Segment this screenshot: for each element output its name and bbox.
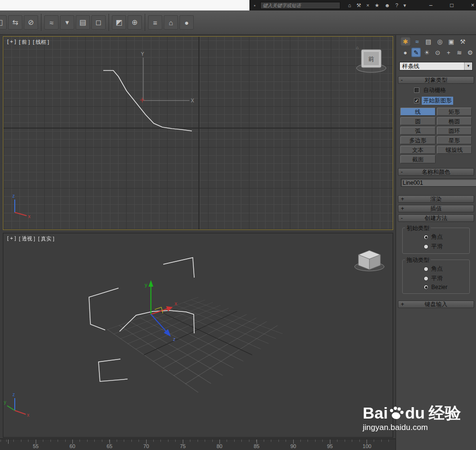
create-categories: ● ✎ ☀ ⊙ + ≋ ⚙ (396, 47, 476, 58)
close-button[interactable]: × (466, 2, 476, 9)
baidu-suffix: 经验 (428, 405, 461, 421)
selection-filter-icon[interactable]: ▾ (60, 15, 74, 30)
help-icon[interactable]: ? (395, 2, 398, 9)
start-new-shape-label[interactable]: 开始新图形 (422, 97, 453, 105)
select-by-name-icon[interactable]: ▤ (76, 15, 90, 30)
rollout-title: 对象类型 (425, 77, 447, 83)
front-viewport-overlay: Y X 前 ⌂ z x (3, 37, 393, 230)
initial-corner-radio[interactable] (424, 235, 428, 240)
donut-button[interactable]: 圆环 (437, 127, 472, 135)
rollout-interpolation-header[interactable]: + 插值 (398, 205, 474, 212)
category-lights-icon[interactable]: ☀ (422, 48, 432, 57)
chevron-down-icon[interactable]: ▼ (464, 62, 472, 70)
category-systems-icon[interactable]: ⚙ (465, 48, 475, 57)
line-button[interactable]: 线 (400, 108, 436, 116)
clear-search-icon[interactable]: × (367, 2, 369, 9)
viewport-pov-menu[interactable]: [ 透视 ] (19, 235, 35, 242)
ruler-label: 55 (33, 443, 39, 449)
mirror-icon[interactable]: ≡ (148, 15, 162, 30)
ellipse-button[interactable]: 椭圆 (437, 117, 472, 125)
material-editor-icon[interactable]: ● (179, 15, 194, 30)
object-name-field[interactable] (401, 179, 476, 187)
app-badge-icon[interactable]: ▪ (251, 2, 258, 9)
tab-motion[interactable]: ◎ (435, 37, 445, 46)
drag-smooth-label[interactable]: 平滑 (431, 274, 443, 282)
rectangle-button[interactable]: 矩形 (437, 108, 472, 116)
tripod-y-axis (7, 406, 15, 410)
rollout-rendering-header[interactable]: + 渲染 (398, 195, 474, 203)
rollout-name-color-header[interactable]: - 名称和颜色 (398, 168, 474, 176)
initial-smooth-label[interactable]: 平滑 (431, 242, 443, 250)
ngon-button[interactable]: 多边形 (400, 136, 436, 144)
drag-type-group: 拖动类型 角点 平滑 Bezier (402, 260, 470, 294)
shape-category-value: 样条线 (400, 62, 464, 70)
selection-bracket (163, 258, 194, 278)
workspace-icon[interactable]: ⌂ (348, 2, 351, 9)
initial-type-label: 初始类型 (405, 224, 431, 232)
ruler-label: 85 (254, 443, 259, 449)
initial-smooth-radio[interactable] (424, 244, 428, 249)
viewcube-home-icon[interactable]: ⌂ (356, 45, 358, 50)
drag-smooth-radio[interactable] (424, 276, 428, 281)
autogrid-label[interactable]: 自动栅格 (422, 86, 447, 94)
viewcube-front[interactable]: 前 ⌂ (356, 45, 386, 72)
time-ruler[interactable]: 55 60 65 70 75 80 85 90 95 100 (0, 439, 396, 450)
category-spacewarps-icon[interactable]: ≋ (455, 48, 465, 57)
category-cameras-icon[interactable]: ⊙ (433, 48, 443, 57)
drag-corner-label[interactable]: 角点 (431, 265, 443, 273)
viewport-general-menu[interactable]: [ + ] (7, 235, 16, 242)
rectangular-selection-region-icon[interactable]: ◻ (91, 15, 106, 30)
start-new-shape-checkbox[interactable]: ✓ (414, 98, 419, 103)
search-input[interactable] (260, 2, 340, 9)
front-viewport[interactable]: [ + ] [ 前 ] [ 线框 ] Y X 前 ⌂ z x (3, 36, 393, 230)
arc-button[interactable]: 弧 (400, 127, 436, 135)
rollout-sign: + (401, 205, 404, 212)
gizmo-z-arrow[interactable] (151, 314, 167, 332)
helix-button[interactable]: 螺旋线 (437, 146, 472, 154)
rollout-object-type-header[interactable]: - 对象类型 (398, 76, 474, 84)
shape-category-select[interactable]: 样条线 ▼ (399, 62, 473, 70)
unlink-selection-icon[interactable]: ⊘ (24, 15, 38, 30)
perspective-viewport[interactable]: [ + ] [ 透视 ] [ 真实 ] y x z (3, 233, 393, 438)
drag-bezier-radio[interactable] (424, 285, 428, 290)
rollout-creation-method: - 创建方法 初始类型 角点 平滑 拖动类型 角点 平滑 (398, 214, 474, 294)
drag-corner-radio[interactable] (424, 267, 428, 271)
signin-user-icon[interactable]: ☻ (385, 2, 390, 9)
tab-display[interactable]: ▣ (446, 37, 456, 46)
circle-button[interactable]: 圆 (400, 117, 436, 125)
viewcube-persp[interactable] (355, 250, 384, 271)
tab-modify[interactable]: ≈ (412, 37, 422, 46)
drag-bezier-label[interactable]: Bezier (431, 284, 447, 290)
named-selection-sets-icon[interactable]: ⊕ (128, 15, 142, 30)
minimize-button[interactable]: – (424, 2, 438, 9)
align-icon[interactable]: ⌂ (164, 15, 178, 30)
viewport-general-menu[interactable]: [ + ] (7, 39, 16, 46)
spline-line001-3d[interactable] (119, 310, 194, 333)
viewport-shading-menu[interactable]: [ 真实 ] (38, 235, 54, 242)
star-button[interactable]: 星形 (437, 136, 472, 144)
viewport-shading-menu[interactable]: [ 线框 ] (33, 39, 49, 46)
category-helpers-icon[interactable]: + (444, 48, 454, 57)
rollout-creation-method-header[interactable]: - 创建方法 (398, 214, 474, 222)
baidu-url: jingyan.baidu.com (363, 423, 461, 432)
favorites-star-icon[interactable]: ★ (375, 2, 379, 9)
tab-hierarchy[interactable]: ▤ (423, 37, 434, 46)
maximize-button[interactable]: □ (445, 2, 459, 9)
category-shapes-icon[interactable]: ✎ (411, 48, 421, 57)
rollout-keyboard-entry-header[interactable]: + 键盘输入 (398, 300, 474, 308)
settings-wrench-icon[interactable]: ⚒ (357, 2, 361, 9)
category-geometry-icon[interactable]: ● (400, 48, 410, 57)
snaps-toggle-icon[interactable]: ◧ (0, 15, 7, 30)
section-button[interactable]: 截面 (400, 155, 436, 163)
tab-create[interactable]: ✱ (400, 37, 411, 46)
tab-utilities[interactable]: ⚒ (457, 37, 468, 46)
viewcube-face-label[interactable]: 前 (368, 56, 374, 62)
text-button[interactable]: 文本 (400, 146, 436, 154)
select-and-link-icon[interactable]: ⇆ (8, 15, 22, 30)
viewport-pov-menu[interactable]: [ 前 ] (19, 39, 30, 46)
bind-to-space-warp-icon[interactable]: ≈ (44, 15, 59, 30)
initial-corner-label[interactable]: 角点 (431, 233, 443, 241)
autogrid-checkbox[interactable] (414, 88, 419, 93)
dropdown-arrow-icon[interactable]: ▾ (404, 2, 407, 9)
window-crossing-icon[interactable]: ◩ (112, 15, 126, 30)
